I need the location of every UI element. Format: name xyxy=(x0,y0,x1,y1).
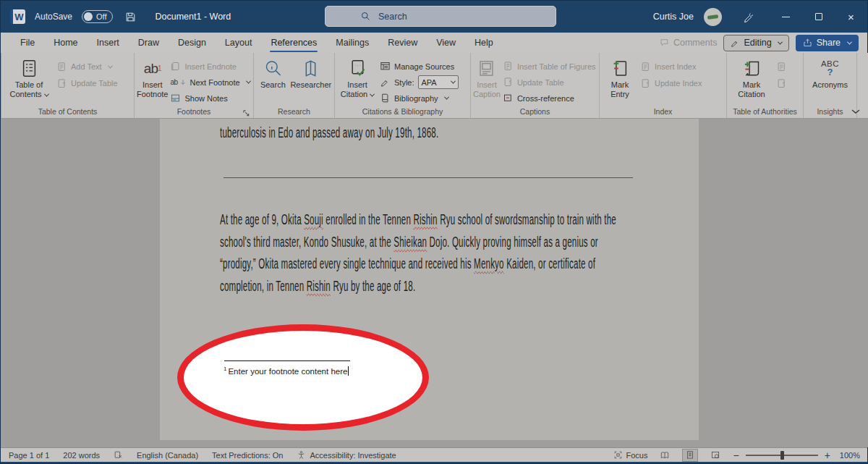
user-avatar[interactable] xyxy=(704,8,722,26)
web-layout-icon xyxy=(710,450,720,460)
mark-entry-button[interactable]: Mark Entry xyxy=(602,53,638,105)
manage-sources-button[interactable]: Manage Sources xyxy=(378,59,461,73)
focus-mode-button[interactable]: Focus xyxy=(613,450,648,460)
smart-search-icon xyxy=(263,58,283,78)
chevron-down-icon xyxy=(370,91,375,96)
search-button[interactable]: Search xyxy=(256,53,290,105)
misspelled-word: Shieikan xyxy=(393,234,427,250)
ribbon: Table of Contents Add Text Update Table … xyxy=(1,53,868,119)
word-app-icon[interactable]: W xyxy=(10,9,25,24)
group-table-of-contents: Table of Contents Add Text Update Table … xyxy=(1,53,135,118)
web-layout-button[interactable] xyxy=(707,449,723,462)
style-selector: Style: APA xyxy=(378,75,461,89)
group-citations: Insert Citation Manage Sources Style: AP… xyxy=(335,53,471,118)
document-canvas: tuberculosis in Edo and passed away on J… xyxy=(1,119,868,447)
tab-review[interactable]: Review xyxy=(378,33,427,53)
read-mode-button[interactable] xyxy=(657,449,673,462)
chevron-down-icon xyxy=(108,63,113,68)
footnote-separator-line xyxy=(224,360,350,361)
group-footnotes: ab1 Insert Footnote Insert Endnote ab Ne… xyxy=(135,53,254,118)
chevron-down-icon xyxy=(43,91,48,96)
share-icon xyxy=(803,38,812,48)
zoom-out-button[interactable]: − xyxy=(733,452,739,459)
tab-help[interactable]: Help xyxy=(465,33,503,53)
table-of-contents-button[interactable]: Table of Contents xyxy=(4,53,54,105)
zoom-slider[interactable] xyxy=(746,451,818,460)
language-indicator[interactable]: English (Canada) xyxy=(137,451,198,460)
status-bar: Page 1 of 1 202 words English (Canada) T… xyxy=(1,447,867,462)
group-label: Captions xyxy=(471,107,599,116)
insert-caption-button: Insert Caption xyxy=(473,53,501,105)
insert-index-button: Insert Index xyxy=(638,59,704,74)
insert-footnote-button[interactable]: ab1 Insert Footnote xyxy=(137,53,168,105)
editing-mode-button[interactable]: Editing xyxy=(723,35,788,51)
style-combobox[interactable]: APA xyxy=(418,75,459,89)
search-icon xyxy=(360,11,371,22)
bibliography-button[interactable]: Bibliography xyxy=(378,91,461,105)
tab-view[interactable]: View xyxy=(427,33,465,53)
next-footnote-icon: ab xyxy=(170,78,177,86)
page-indicator[interactable]: Page 1 of 1 xyxy=(9,451,49,460)
update-table-figures-button: Update Table xyxy=(501,75,598,89)
comments-button: Comments xyxy=(660,38,717,48)
print-layout-button[interactable] xyxy=(682,449,698,462)
close-button[interactable]: × xyxy=(835,1,867,33)
word-count[interactable]: 202 words xyxy=(63,451,100,460)
chevron-down-icon xyxy=(847,39,852,44)
pencil-icon xyxy=(731,38,740,48)
acronyms-button[interactable]: ABC ? Acronyms xyxy=(808,53,853,105)
text-cursor xyxy=(348,366,349,376)
toggle-knob xyxy=(84,12,93,21)
autosave-toggle[interactable]: Off xyxy=(82,10,112,23)
update-table-icon xyxy=(776,78,787,89)
tab-file[interactable]: File xyxy=(11,33,44,53)
tab-insert[interactable]: Insert xyxy=(88,33,129,53)
insert-table-of-figures-button: Insert Table of Figures xyxy=(501,59,598,73)
chevron-down-icon xyxy=(246,79,251,84)
insert-citation-button[interactable]: Insert Citation xyxy=(337,53,378,105)
update-table-of-authorities-button xyxy=(774,76,789,90)
next-footnote-button[interactable]: ab Next Footnote xyxy=(168,75,252,89)
zoom-in-button[interactable]: + xyxy=(825,452,830,459)
cross-reference-button[interactable]: Cross-reference xyxy=(501,91,598,105)
insert-endnote-icon xyxy=(170,61,181,72)
zoom-slider-handle[interactable] xyxy=(780,451,784,460)
tab-references[interactable]: References xyxy=(261,33,326,53)
share-button[interactable]: Share xyxy=(796,35,859,51)
toc-icon xyxy=(20,58,39,78)
save-icon[interactable] xyxy=(122,8,140,25)
researcher-button[interactable]: Researcher xyxy=(290,53,332,105)
chevron-down-icon xyxy=(778,39,783,44)
show-notes-button[interactable]: Show Notes xyxy=(168,91,252,105)
chevron-down-icon xyxy=(444,95,449,100)
update-index-button: Update Index xyxy=(638,76,704,90)
tab-layout[interactable]: Layout xyxy=(216,33,262,53)
mark-citation-icon xyxy=(742,58,762,78)
accessibility-status[interactable]: Accessibility: Investigate xyxy=(297,450,396,460)
tab-design[interactable]: Design xyxy=(169,33,216,53)
title-bar: W AutoSave Off Document1 - Word Search C… xyxy=(1,1,867,33)
minimize-button[interactable] xyxy=(770,1,802,33)
manage-sources-icon xyxy=(380,61,391,72)
search-placeholder: Search xyxy=(378,12,407,22)
pen-ink-icon[interactable] xyxy=(739,8,757,25)
text-predictions-indicator[interactable]: Text Predictions: On xyxy=(212,451,283,460)
group-label: Index xyxy=(600,107,726,116)
comment-icon xyxy=(660,38,670,48)
mark-citation-button[interactable]: Mark Citation xyxy=(729,53,774,105)
document-text-line: At the age of 9, Okita Souji enrolled in… xyxy=(220,208,616,231)
insert-footnote-icon: ab1 xyxy=(144,58,161,78)
user-name: Curtis Joe xyxy=(653,12,694,22)
collapse-ribbon-chevron[interactable] xyxy=(851,105,861,112)
maximize-button[interactable] xyxy=(802,1,835,33)
tab-draw[interactable]: Draw xyxy=(129,33,169,53)
insert-index-icon xyxy=(640,62,651,72)
proofing-status-icon[interactable] xyxy=(114,450,123,460)
autosave-state: Off xyxy=(96,12,106,21)
search-input[interactable]: Search xyxy=(325,6,556,27)
zoom-level[interactable]: 100% xyxy=(840,451,860,460)
tab-home[interactable]: Home xyxy=(44,33,87,53)
footnote-text[interactable]: 1Enter your footnote content here xyxy=(224,366,349,376)
tab-mailings[interactable]: Mailings xyxy=(326,33,378,53)
footnotes-dialog-launcher[interactable] xyxy=(242,107,250,115)
